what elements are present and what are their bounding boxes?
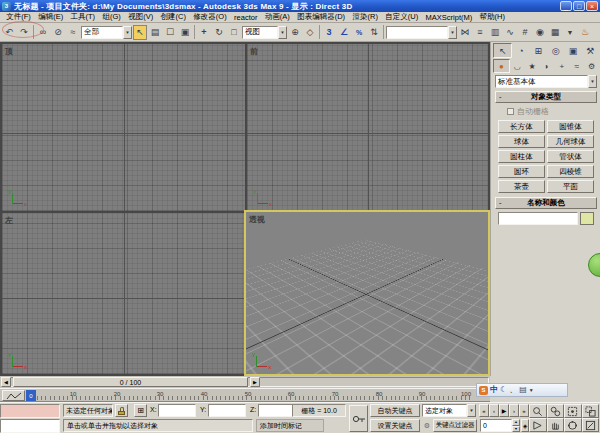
play-button[interactable]: ▶ xyxy=(499,404,509,417)
name-color-rollout[interactable]: - 名称和颜色 xyxy=(495,197,597,209)
helpers-category-icon[interactable]: + xyxy=(554,59,569,73)
utilities-tab[interactable]: ⚒ xyxy=(582,43,599,58)
chinese-mode-icon[interactable]: 中 xyxy=(490,384,498,396)
maxscript-listener-white[interactable] xyxy=(0,419,60,433)
menu-modifiers[interactable]: 修改器(O) xyxy=(190,12,230,22)
toolbar-options-icon[interactable]: ▼ xyxy=(529,384,534,396)
plane-button[interactable]: 平面 xyxy=(547,180,594,193)
menu-help[interactable]: 帮助(H) xyxy=(476,12,508,22)
arc-rotate-icon[interactable] xyxy=(564,418,582,432)
time-slider-thumb[interactable]: 0 / 100 xyxy=(13,377,248,387)
snap-3d-icon[interactable]: 3 xyxy=(322,25,336,40)
key-filters-button[interactable]: 关键点过滤器 xyxy=(433,419,477,432)
spinner-down-icon[interactable]: ▼ xyxy=(512,426,520,433)
menu-file[interactable]: 文件(F) xyxy=(3,12,34,22)
object-type-rollout[interactable]: - 对象类型 xyxy=(495,91,597,103)
object-color-swatch[interactable] xyxy=(580,212,594,225)
chevron-down-icon[interactable]: ▼ xyxy=(123,26,132,39)
go-to-end-button[interactable]: » xyxy=(519,404,529,417)
selection-filter-dropdown[interactable]: 全部 ▼ xyxy=(81,26,132,39)
layer-manager-icon[interactable]: ▥ xyxy=(488,25,502,40)
menu-animation[interactable]: 动画(A) xyxy=(262,12,293,22)
minimize-button[interactable]: _ xyxy=(560,1,572,11)
select-by-name-icon[interactable]: ▤ xyxy=(148,25,162,40)
close-button[interactable]: × xyxy=(586,1,598,11)
frame-spinner[interactable]: ▲ ▼ xyxy=(512,419,520,432)
coord-system-dropdown[interactable]: 视图 ▼ xyxy=(242,26,287,39)
tube-button[interactable]: 管状体 xyxy=(547,150,594,163)
set-key-big-button[interactable] xyxy=(349,405,368,432)
undo-icon[interactable]: ↶ xyxy=(2,25,16,40)
y-coord-field[interactable] xyxy=(208,404,246,417)
time-slider-next-arrow[interactable]: ▶ xyxy=(250,377,260,387)
menu-customize[interactable]: 自定义(U) xyxy=(382,12,421,22)
previous-frame-button[interactable]: ‹ xyxy=(489,404,499,417)
track-bar[interactable]: 0 10 20 30 40 50 60 70 80 90 100 xyxy=(0,388,490,402)
geosphere-button[interactable]: 几何球体 xyxy=(547,135,594,148)
manipulate-icon[interactable]: ◇ xyxy=(303,25,317,40)
rect-region-icon[interactable]: ☐ xyxy=(163,25,177,40)
align-icon[interactable]: ≡ xyxy=(473,25,487,40)
menu-maxscript[interactable]: MAXScript(M) xyxy=(422,13,475,22)
menu-group[interactable]: 组(G) xyxy=(99,12,124,22)
field-of-view-icon[interactable] xyxy=(529,418,547,432)
render-setup-icon[interactable]: ▦ xyxy=(548,25,562,40)
sphere-button[interactable]: 球体 xyxy=(498,135,545,148)
softkeyboard-icon[interactable]: ▤ xyxy=(519,384,527,396)
time-slider-prev-arrow[interactable]: ◀ xyxy=(1,377,11,387)
scale-icon[interactable]: □ xyxy=(227,25,241,40)
go-to-start-button[interactable]: « xyxy=(479,404,489,417)
current-frame-field[interactable]: 0 xyxy=(480,419,512,432)
move-icon[interactable]: + xyxy=(197,25,211,40)
shapes-category-icon[interactable]: ◡ xyxy=(510,59,525,73)
crossing-icon[interactable]: ▣ xyxy=(178,25,192,40)
key-mode-toggle[interactable]: ◈ xyxy=(521,419,529,432)
geometry-category-icon[interactable]: ● xyxy=(493,59,510,73)
chevron-down-icon[interactable]: ▼ xyxy=(588,75,597,88)
punctuation-icon[interactable]: 、 xyxy=(509,384,517,396)
material-editor-icon[interactable]: ◉ xyxy=(533,25,547,40)
select-object-icon[interactable]: ↖ xyxy=(133,25,147,40)
pan-hand-icon[interactable] xyxy=(547,418,565,432)
object-name-input[interactable] xyxy=(498,212,578,225)
menu-reactor[interactable]: reactor xyxy=(231,13,261,22)
named-selection-dropdown[interactable]: ▼ xyxy=(386,26,457,39)
viewport-front-label[interactable]: 前 xyxy=(250,46,258,57)
viewport-front[interactable]: 前 x y xyxy=(247,44,488,211)
menu-views[interactable]: 视图(V) xyxy=(125,12,156,22)
halfwidth-icon[interactable]: ☾ xyxy=(500,384,507,396)
menu-graph-editors[interactable]: 图表编辑器(D) xyxy=(294,12,348,22)
chevron-down-icon[interactable]: ▼ xyxy=(278,26,287,39)
next-frame-button[interactable]: › xyxy=(509,404,519,417)
ime-logo-icon[interactable]: S xyxy=(479,386,488,395)
systems-category-icon[interactable]: ⚙ xyxy=(584,59,599,73)
spinner-snap-icon[interactable]: ⇅ xyxy=(367,25,381,40)
maximize-viewport-toggle-icon[interactable] xyxy=(582,418,600,432)
chevron-down-icon[interactable]: ▼ xyxy=(467,404,476,417)
viewport-perspective-active[interactable]: 透视 x y xyxy=(244,210,490,376)
selection-lock-toggle[interactable] xyxy=(115,404,128,417)
viewport-left-label[interactable]: 左 xyxy=(5,215,13,226)
autogrid-option[interactable]: 自动栅格 xyxy=(507,106,589,117)
modify-tab[interactable]: ◔ xyxy=(512,43,529,58)
teapot-button[interactable]: 茶壶 xyxy=(498,180,545,193)
redo-icon[interactable]: ↷ xyxy=(17,25,31,40)
box-button[interactable]: 长方体 xyxy=(498,120,545,133)
mini-curve-editor-button[interactable] xyxy=(2,390,25,401)
menu-edit[interactable]: 编辑(E) xyxy=(35,12,66,22)
pyramid-button[interactable]: 四棱锥 xyxy=(547,165,594,178)
mirror-icon[interactable]: ⋈ xyxy=(458,25,472,40)
chevron-down-icon[interactable]: ▼ xyxy=(448,26,457,39)
zoom-all-icon[interactable] xyxy=(547,404,565,418)
primitive-type-dropdown[interactable]: 标准基本体 ▼ xyxy=(495,75,597,88)
torus-button[interactable]: 圆环 xyxy=(498,165,545,178)
zoom-extents-all-icon[interactable] xyxy=(582,404,600,418)
motion-tab[interactable]: ◎ xyxy=(547,43,564,58)
set-key-button[interactable]: 设置关键点 xyxy=(370,419,420,432)
lights-category-icon[interactable]: ★ xyxy=(525,59,540,73)
menu-create[interactable]: 创建(C) xyxy=(157,12,189,22)
viewport-top-label[interactable]: 顶 xyxy=(5,46,13,57)
menu-tools[interactable]: 工具(T) xyxy=(67,12,98,22)
key-selection-dropdown[interactable]: 选定对象 ▼ xyxy=(422,404,476,417)
cameras-category-icon[interactable]: ◗ xyxy=(540,59,555,73)
